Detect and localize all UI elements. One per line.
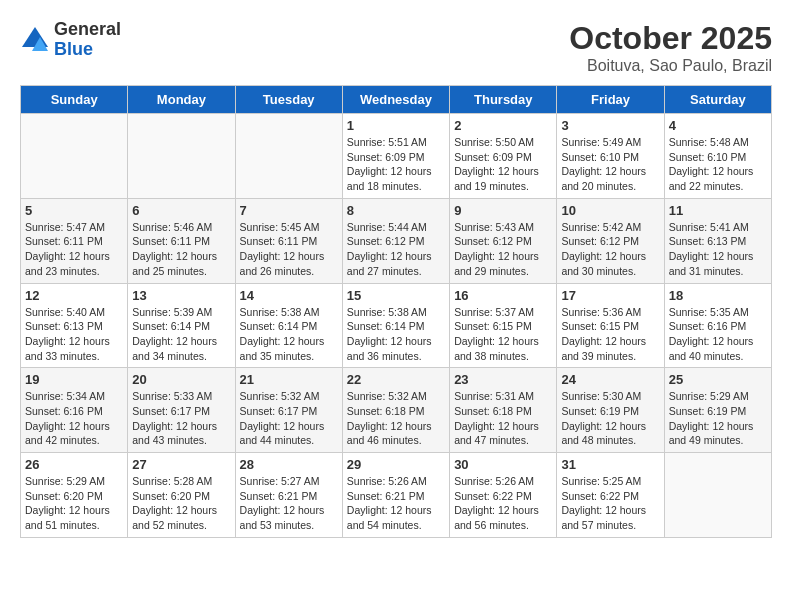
day-number: 15 [347, 288, 445, 303]
day-number: 5 [25, 203, 123, 218]
day-of-week-header: Monday [128, 86, 235, 114]
day-info: Sunrise: 5:25 AM Sunset: 6:22 PM Dayligh… [561, 474, 659, 533]
day-info: Sunrise: 5:28 AM Sunset: 6:20 PM Dayligh… [132, 474, 230, 533]
day-of-week-header: Saturday [664, 86, 771, 114]
logo-blue: Blue [54, 40, 121, 60]
calendar-day-cell: 9Sunrise: 5:43 AM Sunset: 6:12 PM Daylig… [450, 198, 557, 283]
calendar: SundayMondayTuesdayWednesdayThursdayFrid… [20, 85, 772, 538]
day-info: Sunrise: 5:39 AM Sunset: 6:14 PM Dayligh… [132, 305, 230, 364]
day-number: 4 [669, 118, 767, 133]
day-info: Sunrise: 5:51 AM Sunset: 6:09 PM Dayligh… [347, 135, 445, 194]
location: Boituva, Sao Paulo, Brazil [569, 57, 772, 75]
day-info: Sunrise: 5:29 AM Sunset: 6:20 PM Dayligh… [25, 474, 123, 533]
day-info: Sunrise: 5:35 AM Sunset: 6:16 PM Dayligh… [669, 305, 767, 364]
day-info: Sunrise: 5:26 AM Sunset: 6:21 PM Dayligh… [347, 474, 445, 533]
calendar-day-cell: 2Sunrise: 5:50 AM Sunset: 6:09 PM Daylig… [450, 114, 557, 199]
calendar-week-row: 26Sunrise: 5:29 AM Sunset: 6:20 PM Dayli… [21, 453, 772, 538]
day-number: 29 [347, 457, 445, 472]
day-number: 18 [669, 288, 767, 303]
day-info: Sunrise: 5:37 AM Sunset: 6:15 PM Dayligh… [454, 305, 552, 364]
logo-general: General [54, 20, 121, 40]
calendar-day-cell: 24Sunrise: 5:30 AM Sunset: 6:19 PM Dayli… [557, 368, 664, 453]
month-title: October 2025 [569, 20, 772, 57]
calendar-week-row: 1Sunrise: 5:51 AM Sunset: 6:09 PM Daylig… [21, 114, 772, 199]
day-number: 30 [454, 457, 552, 472]
day-info: Sunrise: 5:36 AM Sunset: 6:15 PM Dayligh… [561, 305, 659, 364]
calendar-day-cell: 4Sunrise: 5:48 AM Sunset: 6:10 PM Daylig… [664, 114, 771, 199]
calendar-day-cell: 8Sunrise: 5:44 AM Sunset: 6:12 PM Daylig… [342, 198, 449, 283]
day-number: 9 [454, 203, 552, 218]
day-number: 23 [454, 372, 552, 387]
day-number: 6 [132, 203, 230, 218]
day-info: Sunrise: 5:30 AM Sunset: 6:19 PM Dayligh… [561, 389, 659, 448]
calendar-day-cell: 17Sunrise: 5:36 AM Sunset: 6:15 PM Dayli… [557, 283, 664, 368]
day-number: 16 [454, 288, 552, 303]
calendar-day-cell: 16Sunrise: 5:37 AM Sunset: 6:15 PM Dayli… [450, 283, 557, 368]
calendar-day-cell [21, 114, 128, 199]
day-info: Sunrise: 5:33 AM Sunset: 6:17 PM Dayligh… [132, 389, 230, 448]
logo-text: General Blue [54, 20, 121, 60]
calendar-day-cell: 14Sunrise: 5:38 AM Sunset: 6:14 PM Dayli… [235, 283, 342, 368]
calendar-day-cell: 25Sunrise: 5:29 AM Sunset: 6:19 PM Dayli… [664, 368, 771, 453]
day-info: Sunrise: 5:46 AM Sunset: 6:11 PM Dayligh… [132, 220, 230, 279]
day-info: Sunrise: 5:49 AM Sunset: 6:10 PM Dayligh… [561, 135, 659, 194]
day-info: Sunrise: 5:38 AM Sunset: 6:14 PM Dayligh… [347, 305, 445, 364]
day-number: 20 [132, 372, 230, 387]
calendar-day-cell: 21Sunrise: 5:32 AM Sunset: 6:17 PM Dayli… [235, 368, 342, 453]
day-number: 31 [561, 457, 659, 472]
day-info: Sunrise: 5:50 AM Sunset: 6:09 PM Dayligh… [454, 135, 552, 194]
calendar-day-cell: 28Sunrise: 5:27 AM Sunset: 6:21 PM Dayli… [235, 453, 342, 538]
day-number: 7 [240, 203, 338, 218]
calendar-day-cell: 11Sunrise: 5:41 AM Sunset: 6:13 PM Dayli… [664, 198, 771, 283]
logo: General Blue [20, 20, 121, 60]
day-number: 1 [347, 118, 445, 133]
calendar-day-cell [128, 114, 235, 199]
day-number: 26 [25, 457, 123, 472]
day-info: Sunrise: 5:31 AM Sunset: 6:18 PM Dayligh… [454, 389, 552, 448]
day-number: 28 [240, 457, 338, 472]
calendar-day-cell [235, 114, 342, 199]
calendar-day-cell: 26Sunrise: 5:29 AM Sunset: 6:20 PM Dayli… [21, 453, 128, 538]
day-info: Sunrise: 5:32 AM Sunset: 6:18 PM Dayligh… [347, 389, 445, 448]
day-number: 21 [240, 372, 338, 387]
day-number: 24 [561, 372, 659, 387]
day-info: Sunrise: 5:45 AM Sunset: 6:11 PM Dayligh… [240, 220, 338, 279]
day-info: Sunrise: 5:38 AM Sunset: 6:14 PM Dayligh… [240, 305, 338, 364]
calendar-day-cell: 10Sunrise: 5:42 AM Sunset: 6:12 PM Dayli… [557, 198, 664, 283]
day-number: 8 [347, 203, 445, 218]
calendar-day-cell: 18Sunrise: 5:35 AM Sunset: 6:16 PM Dayli… [664, 283, 771, 368]
logo-icon [20, 25, 50, 55]
day-info: Sunrise: 5:26 AM Sunset: 6:22 PM Dayligh… [454, 474, 552, 533]
calendar-day-cell: 3Sunrise: 5:49 AM Sunset: 6:10 PM Daylig… [557, 114, 664, 199]
page-header: General Blue October 2025 Boituva, Sao P… [20, 20, 772, 75]
calendar-day-cell: 22Sunrise: 5:32 AM Sunset: 6:18 PM Dayli… [342, 368, 449, 453]
calendar-week-row: 12Sunrise: 5:40 AM Sunset: 6:13 PM Dayli… [21, 283, 772, 368]
day-of-week-header: Thursday [450, 86, 557, 114]
calendar-day-cell [664, 453, 771, 538]
day-info: Sunrise: 5:42 AM Sunset: 6:12 PM Dayligh… [561, 220, 659, 279]
calendar-day-cell: 12Sunrise: 5:40 AM Sunset: 6:13 PM Dayli… [21, 283, 128, 368]
day-info: Sunrise: 5:27 AM Sunset: 6:21 PM Dayligh… [240, 474, 338, 533]
day-info: Sunrise: 5:41 AM Sunset: 6:13 PM Dayligh… [669, 220, 767, 279]
calendar-week-row: 5Sunrise: 5:47 AM Sunset: 6:11 PM Daylig… [21, 198, 772, 283]
day-number: 11 [669, 203, 767, 218]
day-number: 13 [132, 288, 230, 303]
day-info: Sunrise: 5:47 AM Sunset: 6:11 PM Dayligh… [25, 220, 123, 279]
calendar-day-cell: 1Sunrise: 5:51 AM Sunset: 6:09 PM Daylig… [342, 114, 449, 199]
day-number: 2 [454, 118, 552, 133]
calendar-day-cell: 30Sunrise: 5:26 AM Sunset: 6:22 PM Dayli… [450, 453, 557, 538]
calendar-day-cell: 5Sunrise: 5:47 AM Sunset: 6:11 PM Daylig… [21, 198, 128, 283]
calendar-week-row: 19Sunrise: 5:34 AM Sunset: 6:16 PM Dayli… [21, 368, 772, 453]
day-number: 14 [240, 288, 338, 303]
day-info: Sunrise: 5:29 AM Sunset: 6:19 PM Dayligh… [669, 389, 767, 448]
day-of-week-header: Tuesday [235, 86, 342, 114]
calendar-day-cell: 20Sunrise: 5:33 AM Sunset: 6:17 PM Dayli… [128, 368, 235, 453]
calendar-day-cell: 27Sunrise: 5:28 AM Sunset: 6:20 PM Dayli… [128, 453, 235, 538]
day-info: Sunrise: 5:44 AM Sunset: 6:12 PM Dayligh… [347, 220, 445, 279]
calendar-header-row: SundayMondayTuesdayWednesdayThursdayFrid… [21, 86, 772, 114]
calendar-day-cell: 23Sunrise: 5:31 AM Sunset: 6:18 PM Dayli… [450, 368, 557, 453]
day-of-week-header: Sunday [21, 86, 128, 114]
day-number: 27 [132, 457, 230, 472]
day-info: Sunrise: 5:32 AM Sunset: 6:17 PM Dayligh… [240, 389, 338, 448]
day-number: 3 [561, 118, 659, 133]
